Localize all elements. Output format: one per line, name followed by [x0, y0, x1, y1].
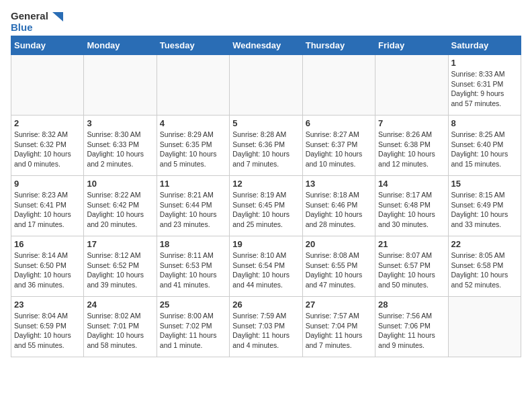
calendar-cell	[375, 55, 448, 116]
header-row: SundayMondayTuesdayWednesdayThursdayFrid…	[11, 36, 521, 55]
day-number: 26	[232, 300, 299, 310]
calendar-cell: 20Sunrise: 8:08 AM Sunset: 6:55 PM Dayli…	[302, 236, 375, 297]
day-info: Sunrise: 8:17 AM Sunset: 6:48 PM Dayligh…	[378, 190, 445, 230]
day-info: Sunrise: 8:26 AM Sunset: 6:38 PM Dayligh…	[378, 130, 445, 169]
header-day: Thursday	[302, 36, 375, 55]
calendar-cell: 10Sunrise: 8:22 AM Sunset: 6:42 PM Dayli…	[84, 176, 157, 236]
calendar-body: 1Sunrise: 8:33 AM Sunset: 6:31 PM Daylig…	[11, 55, 521, 357]
day-number: 13	[306, 179, 372, 189]
calendar-cell: 5Sunrise: 8:28 AM Sunset: 6:36 PM Daylig…	[230, 116, 302, 176]
day-number: 24	[87, 300, 153, 310]
calendar-cell: 2Sunrise: 8:32 AM Sunset: 6:32 PM Daylig…	[11, 116, 84, 176]
calendar-cell	[157, 55, 229, 116]
day-info: Sunrise: 8:08 AM Sunset: 6:55 PM Dayligh…	[306, 250, 372, 290]
calendar-cell: 27Sunrise: 7:57 AM Sunset: 7:04 PM Dayli…	[302, 297, 375, 357]
day-number: 17	[87, 239, 153, 249]
day-info: Sunrise: 8:05 AM Sunset: 6:58 PM Dayligh…	[451, 250, 518, 290]
logo-mark: General Blue	[11, 11, 63, 33]
day-number: 28	[378, 300, 445, 310]
day-info: Sunrise: 8:22 AM Sunset: 6:42 PM Dayligh…	[87, 190, 153, 230]
calendar-cell: 6Sunrise: 8:27 AM Sunset: 6:37 PM Daylig…	[302, 116, 375, 176]
day-number: 5	[232, 118, 299, 128]
day-number: 7	[378, 118, 445, 128]
calendar-cell: 3Sunrise: 8:30 AM Sunset: 6:33 PM Daylig…	[84, 116, 157, 176]
calendar-cell: 25Sunrise: 8:00 AM Sunset: 7:02 PM Dayli…	[157, 297, 229, 357]
day-info: Sunrise: 8:25 AM Sunset: 6:40 PM Dayligh…	[451, 130, 518, 169]
logo-arrow-icon	[52, 12, 63, 21]
day-info: Sunrise: 8:33 AM Sunset: 6:31 PM Dayligh…	[451, 69, 518, 109]
header-day: Sunday	[11, 36, 84, 55]
calendar-cell: 21Sunrise: 8:07 AM Sunset: 6:57 PM Dayli…	[375, 236, 448, 297]
day-info: Sunrise: 7:56 AM Sunset: 7:06 PM Dayligh…	[378, 311, 445, 351]
calendar-cell: 24Sunrise: 8:02 AM Sunset: 7:01 PM Dayli…	[84, 297, 157, 357]
calendar-cell: 13Sunrise: 8:18 AM Sunset: 6:46 PM Dayli…	[302, 176, 375, 236]
day-info: Sunrise: 8:18 AM Sunset: 6:46 PM Dayligh…	[306, 190, 372, 230]
header-day: Monday	[84, 36, 157, 55]
header-day: Wednesday	[230, 36, 302, 55]
header-day: Saturday	[448, 36, 521, 55]
calendar-week: 2Sunrise: 8:32 AM Sunset: 6:32 PM Daylig…	[11, 116, 521, 176]
day-info: Sunrise: 8:30 AM Sunset: 6:33 PM Dayligh…	[87, 130, 153, 169]
header-day: Friday	[375, 36, 448, 55]
calendar-week: 9Sunrise: 8:23 AM Sunset: 6:41 PM Daylig…	[11, 176, 521, 236]
calendar-header: SundayMondayTuesdayWednesdayThursdayFrid…	[11, 36, 521, 55]
calendar-cell: 26Sunrise: 7:59 AM Sunset: 7:03 PM Dayli…	[230, 297, 302, 357]
day-info: Sunrise: 8:27 AM Sunset: 6:37 PM Dayligh…	[306, 130, 372, 169]
calendar-cell: 17Sunrise: 8:12 AM Sunset: 6:52 PM Dayli…	[84, 236, 157, 297]
header-day: Tuesday	[157, 36, 229, 55]
day-number: 1	[451, 58, 518, 68]
day-number: 10	[87, 179, 153, 189]
day-info: Sunrise: 8:28 AM Sunset: 6:36 PM Dayligh…	[232, 130, 299, 169]
day-number: 9	[14, 179, 81, 189]
day-info: Sunrise: 7:59 AM Sunset: 7:03 PM Dayligh…	[232, 311, 299, 351]
calendar-cell: 19Sunrise: 8:10 AM Sunset: 6:54 PM Dayli…	[230, 236, 302, 297]
calendar-cell: 16Sunrise: 8:14 AM Sunset: 6:50 PM Dayli…	[11, 236, 84, 297]
day-number: 23	[14, 300, 81, 310]
calendar-cell: 23Sunrise: 8:04 AM Sunset: 6:59 PM Dayli…	[11, 297, 84, 357]
day-info: Sunrise: 8:21 AM Sunset: 6:44 PM Dayligh…	[160, 190, 226, 230]
day-number: 12	[232, 179, 299, 189]
day-info: Sunrise: 8:29 AM Sunset: 6:35 PM Dayligh…	[160, 130, 226, 169]
day-info: Sunrise: 8:12 AM Sunset: 6:52 PM Dayligh…	[87, 250, 153, 290]
calendar-cell: 15Sunrise: 8:15 AM Sunset: 6:49 PM Dayli…	[448, 176, 521, 236]
day-info: Sunrise: 8:02 AM Sunset: 7:01 PM Dayligh…	[87, 311, 153, 351]
day-info: Sunrise: 8:23 AM Sunset: 6:41 PM Dayligh…	[14, 190, 81, 230]
calendar-cell: 7Sunrise: 8:26 AM Sunset: 6:38 PM Daylig…	[375, 116, 448, 176]
calendar-week: 1Sunrise: 8:33 AM Sunset: 6:31 PM Daylig…	[11, 55, 521, 116]
day-info: Sunrise: 8:00 AM Sunset: 7:02 PM Dayligh…	[160, 311, 226, 351]
day-number: 3	[87, 118, 153, 128]
calendar-cell	[302, 55, 375, 116]
calendar-table: SundayMondayTuesdayWednesdayThursdayFrid…	[11, 36, 521, 357]
page-header: General Blue	[11, 11, 521, 33]
calendar-cell	[84, 55, 157, 116]
svg-marker-0	[52, 12, 63, 21]
day-number: 16	[14, 239, 81, 249]
day-number: 20	[306, 239, 372, 249]
calendar-cell: 12Sunrise: 8:19 AM Sunset: 6:45 PM Dayli…	[230, 176, 302, 236]
day-info: Sunrise: 8:14 AM Sunset: 6:50 PM Dayligh…	[14, 250, 81, 290]
calendar-cell: 8Sunrise: 8:25 AM Sunset: 6:40 PM Daylig…	[448, 116, 521, 176]
day-number: 2	[14, 118, 81, 128]
day-number: 6	[306, 118, 372, 128]
day-info: Sunrise: 8:07 AM Sunset: 6:57 PM Dayligh…	[378, 250, 445, 290]
calendar-cell	[11, 55, 84, 116]
day-number: 15	[451, 179, 518, 189]
calendar-cell: 11Sunrise: 8:21 AM Sunset: 6:44 PM Dayli…	[157, 176, 229, 236]
calendar-cell: 28Sunrise: 7:56 AM Sunset: 7:06 PM Dayli…	[375, 297, 448, 357]
day-number: 21	[378, 239, 445, 249]
day-number: 25	[160, 300, 226, 310]
day-info: Sunrise: 8:19 AM Sunset: 6:45 PM Dayligh…	[232, 190, 299, 230]
day-info: Sunrise: 8:11 AM Sunset: 6:53 PM Dayligh…	[160, 250, 226, 290]
calendar-cell: 4Sunrise: 8:29 AM Sunset: 6:35 PM Daylig…	[157, 116, 229, 176]
day-number: 22	[451, 239, 518, 249]
logo: General Blue	[11, 11, 63, 33]
day-info: Sunrise: 8:10 AM Sunset: 6:54 PM Dayligh…	[232, 250, 299, 290]
day-number: 8	[451, 118, 518, 128]
day-number: 27	[306, 300, 372, 310]
calendar-week: 23Sunrise: 8:04 AM Sunset: 6:59 PM Dayli…	[11, 297, 521, 357]
day-number: 14	[378, 179, 445, 189]
calendar-cell: 1Sunrise: 8:33 AM Sunset: 6:31 PM Daylig…	[448, 55, 521, 116]
day-info: Sunrise: 8:15 AM Sunset: 6:49 PM Dayligh…	[451, 190, 518, 230]
calendar-cell	[230, 55, 302, 116]
day-info: Sunrise: 8:32 AM Sunset: 6:32 PM Dayligh…	[14, 130, 81, 169]
